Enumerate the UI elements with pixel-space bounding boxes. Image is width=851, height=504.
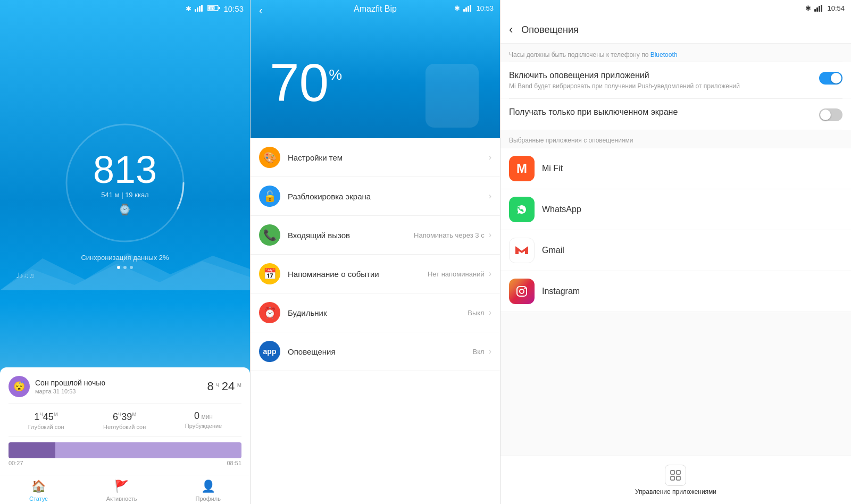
chevron-right-icon: ›	[489, 153, 491, 162]
device-title: Amazfit Bip	[354, 4, 397, 14]
apps-label-text: Выбранные приложения с оповещениями	[509, 137, 633, 144]
menu-item-call[interactable]: 📞 Входящий вызов Напоминать через 3 с ›	[251, 216, 500, 255]
unlock-icon: 🔓	[259, 186, 280, 207]
whatsapp-svg	[515, 203, 529, 216]
svg-point-24	[524, 288, 526, 289]
chevron-right-icon-6: ›	[489, 347, 491, 356]
sleep-h-unit: ч	[216, 381, 219, 389]
home-icon: 🏠	[31, 480, 46, 493]
device-back-button[interactable]: ‹	[259, 4, 263, 16]
sleep-info: 😴 Сон прошлой ночью марта 31 10:53	[9, 376, 105, 397]
mifit-icon: M	[509, 156, 535, 181]
svg-rect-15	[470, 5, 471, 12]
alarm-icon: ⏰	[259, 302, 280, 323]
battery-unit: %	[329, 66, 342, 83]
nav-profile-label: Профиль	[196, 495, 221, 502]
menu-item-notifications[interactable]: app Оповещения Вкл ›	[251, 332, 500, 371]
notif-back-button[interactable]: ‹	[509, 23, 513, 37]
battery-display: 70%	[259, 56, 342, 109]
svg-rect-27	[671, 476, 674, 480]
call-subtitle: Напоминать через 3 с	[414, 231, 485, 239]
person-icon: 👤	[201, 480, 215, 493]
menu-alarm-text: Будильник	[288, 308, 468, 317]
steps-count: 813	[93, 150, 157, 188]
instagram-svg	[515, 284, 529, 298]
wake-stat: 0 мин Прубуждение	[185, 410, 222, 430]
svg-rect-3	[201, 5, 203, 12]
event-subtitle: Нет напоминаний	[428, 270, 485, 278]
toggle2-text: Получать только при выключенном экране	[509, 107, 813, 117]
toggle2-title: Получать только при выключенном экране	[509, 107, 813, 117]
toggle1-subtitle: Mi Band будет вибрировать при получении …	[509, 82, 813, 90]
bluetooth-icon: ✱	[186, 5, 191, 13]
app-item-mifit[interactable]: M Mi Fit	[500, 148, 851, 189]
toggle1-text: Включить оповещения приложений Mi Band б…	[509, 71, 813, 90]
manage-apps-footer: Управление приложениями	[500, 456, 851, 504]
deep-sleep-value: 1ч45м	[28, 410, 64, 423]
menu-item-event[interactable]: 📅 Напоминание о событии Нет напоминаний …	[251, 255, 500, 293]
menu-item-themes[interactable]: 🎨 Настройки тем ›	[251, 138, 500, 177]
steps-circle-area: 813 541 м | 19 ккал ⌚ ♩♪♫♬ Синхронизация…	[0, 18, 250, 367]
alarm-subtitle: Выкл	[468, 309, 484, 317]
whatsapp-icon	[509, 197, 535, 222]
notifications-header: ‹ Оповещения	[500, 16, 851, 44]
deep-sleep-label: Глубокий сон	[28, 424, 64, 430]
signal-icon-3	[814, 5, 824, 12]
app-item-gmail[interactable]: Gmail	[500, 230, 851, 271]
sleep-stats: 1ч45м Глубокий сон 6ч39м Неглубокий сон …	[9, 404, 241, 437]
instagram-name: Instagram	[542, 287, 580, 296]
event-icon: 📅	[259, 263, 280, 284]
device-menu-list: 🎨 Настройки тем › 🔓 Разблокировка экрана…	[251, 138, 500, 504]
chevron-right-icon-3: ›	[489, 230, 491, 240]
panel-status: ✱ 57 10:53 813	[0, 0, 250, 504]
gmail-name: Gmail	[542, 246, 564, 255]
signal-icon-2	[463, 5, 473, 12]
grid-icon-svg	[670, 470, 681, 481]
nav-activity-label: Активность	[106, 495, 137, 502]
svg-rect-13	[465, 7, 467, 12]
panel-device: ✱ 10:53 ‹ Amazfit Bip 70% 🎨 Настройки те…	[250, 0, 500, 504]
grid-icon	[665, 465, 686, 486]
nav-profile[interactable]: 👤 Профиль	[196, 480, 221, 502]
svg-rect-18	[819, 6, 820, 12]
status-time: 10:53	[223, 4, 244, 13]
nav-activity[interactable]: 🚩 Активность	[106, 480, 137, 502]
menu-item-unlock[interactable]: 🔓 Разблокировка экрана ›	[251, 177, 500, 216]
toggle-row-screen-off: Получать только при выключенном экране	[500, 99, 851, 130]
sleep-panel: 😴 Сон прошлой ночью марта 31 10:53 8 ч 2…	[0, 367, 250, 475]
sleep-m-unit: м	[237, 381, 241, 389]
toggle-app-notifications[interactable]	[819, 72, 842, 85]
sleep-start-time: 00:27	[9, 460, 23, 466]
menu-call-title: Входящий вызов	[288, 231, 414, 240]
signal-icon	[195, 5, 204, 13]
app-item-instagram[interactable]: Instagram	[500, 271, 851, 312]
svg-rect-0	[195, 9, 196, 12]
notifications-menu-icon: app	[259, 341, 280, 362]
sleep-title: Сон прошлой ночью	[35, 379, 105, 387]
light-sleep-value: 6ч39м	[103, 410, 146, 423]
nav-status-label: Статус	[29, 495, 48, 502]
menu-themes-text: Настройки тем	[288, 153, 489, 162]
sleep-minutes: 24	[222, 380, 235, 393]
sleep-bar-light	[55, 442, 241, 458]
svg-rect-6	[219, 7, 220, 9]
manage-apps-label: Управление приложениями	[635, 488, 716, 495]
menu-item-alarm[interactable]: ⏰ Будильник Выкл ›	[251, 293, 500, 332]
svg-text:57: 57	[210, 7, 214, 11]
svg-rect-25	[671, 471, 674, 474]
chevron-right-icon-5: ›	[489, 308, 491, 317]
gmail-svg	[514, 245, 529, 256]
menu-alarm-title: Будильник	[288, 308, 468, 317]
notif-info-section: Часы должны быть подключены к телефону п…	[500, 44, 851, 62]
nav-status[interactable]: 🏠 Статус	[29, 480, 48, 502]
manage-apps-button[interactable]: Управление приложениями	[635, 465, 716, 495]
svg-rect-12	[463, 9, 465, 12]
app-item-whatsapp[interactable]: WhatsApp	[500, 189, 851, 230]
wake-value: 0 мин	[185, 410, 222, 422]
sleep-hours: 8	[207, 380, 213, 393]
toggle1-title: Включить оповещения приложений	[509, 71, 813, 80]
toggle-screen-off[interactable]	[819, 108, 842, 121]
sleep-icon: 😴	[9, 376, 30, 397]
svg-rect-28	[677, 476, 680, 480]
svg-rect-1	[197, 7, 198, 12]
